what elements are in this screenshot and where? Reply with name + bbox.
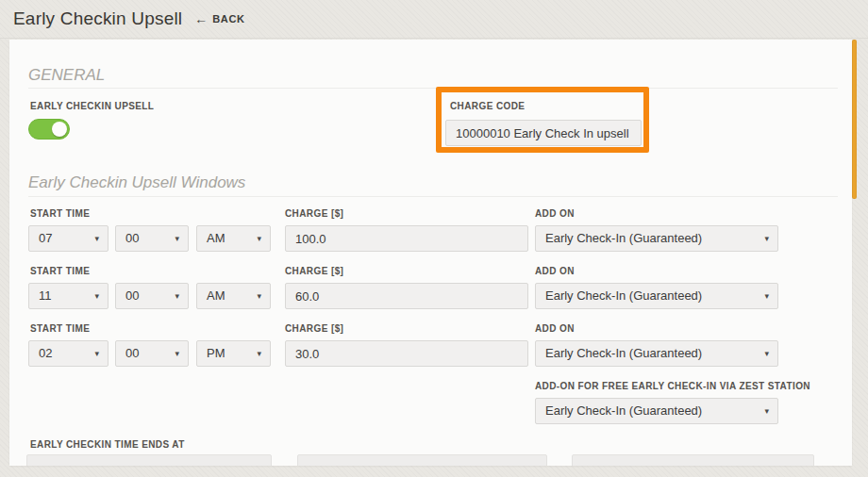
early-checkin-upsell-toggle[interactable]	[28, 119, 70, 140]
charge-label: CHARGE [$]	[285, 266, 528, 276]
back-link[interactable]: ← BACK	[194, 12, 244, 25]
chevron-down-icon: ▾	[257, 284, 261, 308]
chevron-down-icon: ▾	[764, 284, 769, 308]
ends-at-field-3[interactable]	[572, 454, 814, 466]
toggle-knob	[52, 122, 67, 137]
zest-station-add-on-label: ADD-ON FOR FREE EARLY CHECK-IN VIA ZEST …	[535, 381, 778, 391]
start-hour-select[interactable]: 07 ▾	[28, 225, 108, 252]
back-arrow-icon: ←	[194, 12, 208, 25]
add-on-label: ADD ON	[535, 208, 778, 219]
section-heading-general: GENERAL	[28, 66, 105, 85]
add-on-select[interactable]: Early Check-In (Guaranteed) ▾	[535, 225, 778, 252]
charge-label: CHARGE [$]	[285, 208, 528, 219]
charge-input[interactable]	[285, 225, 528, 252]
chevron-down-icon: ▾	[764, 399, 769, 423]
start-meridiem-select[interactable]: AM ▾	[196, 225, 271, 252]
add-on-select[interactable]: Early Check-In (Guaranteed) ▾	[535, 283, 778, 309]
chevron-down-icon: ▾	[764, 226, 769, 251]
charge-input[interactable]	[285, 340, 528, 367]
chevron-down-icon: ▾	[257, 226, 261, 251]
chevron-down-icon: ▾	[94, 226, 99, 251]
page-title: Early Checkin Upsell	[13, 8, 182, 29]
chevron-down-icon: ▾	[175, 341, 179, 366]
start-time-label: START TIME	[30, 323, 110, 334]
charge-input[interactable]	[285, 283, 528, 309]
start-time-label: START TIME	[30, 208, 110, 219]
start-minute-select[interactable]: 00 ▾	[115, 283, 189, 309]
ends-at-field-1[interactable]	[26, 454, 272, 466]
start-minute-select[interactable]: 00 ▾	[115, 340, 189, 367]
ends-at-field-2[interactable]	[297, 454, 547, 466]
start-meridiem-select[interactable]: PM ▾	[196, 340, 271, 367]
charge-code-label: CHARGE CODE	[450, 101, 525, 111]
chevron-down-icon: ▾	[257, 341, 261, 366]
add-on-label: ADD ON	[535, 266, 778, 276]
charge-code-input[interactable]	[445, 120, 642, 146]
start-hour-select[interactable]: 11 ▾	[28, 283, 108, 309]
page-header: Early Checkin Upsell ← BACK	[0, 0, 868, 39]
scrollbar-thumb[interactable]	[852, 40, 857, 199]
add-on-select[interactable]: Early Check-In (Guaranteed) ▾	[535, 340, 778, 367]
start-minute-select[interactable]: 00 ▾	[115, 225, 189, 252]
zest-station-add-on-select[interactable]: Early Check-In (Guaranteed) ▾	[535, 398, 778, 424]
start-time-label: START TIME	[30, 266, 110, 276]
early-checkin-upsell-label: EARLY CHECKIN UPSELL	[30, 101, 154, 111]
back-label: BACK	[212, 13, 244, 25]
chevron-down-icon: ▾	[764, 341, 769, 366]
divider	[28, 196, 838, 197]
start-hour-select[interactable]: 02 ▾	[28, 340, 108, 367]
chevron-down-icon: ▾	[94, 284, 99, 308]
section-heading-windows: Early Checkin Upsell Windows	[28, 173, 245, 192]
settings-card: GENERAL EARLY CHECKIN UPSELL CHARGE CODE…	[9, 40, 852, 466]
early-checkin-ends-at-label: EARLY CHECKIN TIME ENDS AT	[30, 439, 185, 450]
add-on-label: ADD ON	[535, 323, 778, 334]
start-meridiem-select[interactable]: AM ▾	[196, 283, 271, 309]
chevron-down-icon: ▾	[175, 284, 179, 308]
divider	[28, 88, 838, 89]
charge-label: CHARGE [$]	[285, 323, 528, 334]
chevron-down-icon: ▾	[94, 341, 99, 366]
chevron-down-icon: ▾	[175, 226, 179, 251]
